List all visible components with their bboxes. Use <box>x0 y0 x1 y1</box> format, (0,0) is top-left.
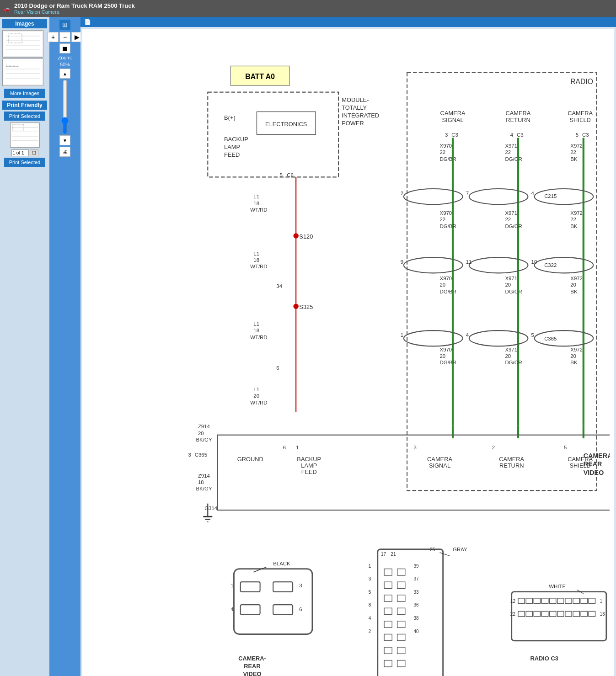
svg-text:CAMERA: CAMERA <box>499 456 524 463</box>
svg-text:C3: C3 <box>582 132 589 138</box>
svg-text:11: 11 <box>466 259 472 265</box>
svg-text:X972: X972 <box>570 347 583 352</box>
svg-text:X972: X972 <box>570 143 583 149</box>
svg-text:X970: X970 <box>440 276 452 281</box>
svg-text:1: 1 <box>369 564 371 569</box>
svg-text:RETURN: RETURN <box>506 117 530 123</box>
svg-text:X970: X970 <box>440 143 452 149</box>
svg-text:2: 2 <box>401 191 403 196</box>
svg-text:12: 12 <box>510 599 516 604</box>
svg-text:C6: C6 <box>287 172 294 178</box>
svg-text:X971: X971 <box>505 347 517 352</box>
svg-text:C322: C322 <box>544 262 557 268</box>
svg-text:BK/GY: BK/GY <box>196 486 212 491</box>
svg-text:18: 18 <box>253 201 259 206</box>
zoom-print-button[interactable]: 🖨 <box>59 147 70 157</box>
svg-text:20: 20 <box>505 282 511 287</box>
page-title: 2010 Dodge or Ram Truck RAM 2500 Truck <box>14 2 135 9</box>
svg-text:37: 37 <box>413 576 419 581</box>
svg-text:L1: L1 <box>253 387 259 392</box>
svg-text:4: 4 <box>531 191 535 196</box>
zoom-up-button[interactable]: ▲ <box>59 69 70 79</box>
page-input[interactable] <box>11 149 29 156</box>
content-area: 📄 BATT A0 MODULE- TOTALLY INTEGRATED POW… <box>80 17 616 676</box>
svg-text:5: 5 <box>564 445 567 450</box>
svg-text:18: 18 <box>253 328 259 333</box>
diagram-canvas: BATT A0 MODULE- TOTALLY INTEGRATED POWER… <box>82 29 614 676</box>
svg-text:22: 22 <box>440 149 446 155</box>
svg-text:5: 5 <box>576 132 579 138</box>
svg-text:SHIELD: SHIELD <box>570 117 591 123</box>
svg-text:20: 20 <box>440 282 446 287</box>
zoom-in-button[interactable]: + <box>48 32 59 42</box>
svg-text:X971: X971 <box>505 210 517 216</box>
page-nav-checkbox[interactable]: ☐ <box>30 149 38 156</box>
svg-text:17: 17 <box>381 552 386 557</box>
thumbnail-2[interactable]: Module diagram <box>2 59 43 86</box>
svg-text:TOTALLY: TOTALLY <box>342 104 367 111</box>
svg-text:DG/BR: DG/BR <box>440 289 456 294</box>
svg-text:B(+): B(+) <box>224 114 236 121</box>
diagram-header: 📄 <box>80 17 616 27</box>
svg-text:L1: L1 <box>253 321 259 327</box>
print-selected-button-2[interactable]: Print Selected <box>4 158 45 167</box>
svg-text:25: 25 <box>430 547 435 552</box>
svg-text:X970: X970 <box>440 347 452 352</box>
svg-text:Z914: Z914 <box>198 424 210 429</box>
more-images-button[interactable]: More Images <box>4 89 45 98</box>
zoom-out-button[interactable]: − <box>59 32 70 42</box>
svg-text:10: 10 <box>531 259 537 265</box>
svg-text:22: 22 <box>505 217 511 222</box>
svg-rect-0 <box>4 32 43 57</box>
svg-text:S120: S120 <box>299 233 313 240</box>
zoom-down-button[interactable]: ▼ <box>59 135 70 145</box>
svg-text:BK/GY: BK/GY <box>196 437 212 442</box>
svg-text:1: 1 <box>296 445 299 450</box>
svg-text:GRAY: GRAY <box>453 547 467 552</box>
svg-text:22: 22 <box>570 149 576 155</box>
svg-text:20: 20 <box>253 393 259 399</box>
svg-text:20: 20 <box>570 282 576 287</box>
svg-text:6: 6 <box>283 445 286 450</box>
svg-text:1: 1 <box>401 332 403 338</box>
svg-text:5: 5 <box>279 172 282 178</box>
svg-text:34: 34 <box>276 283 282 289</box>
svg-text:BATT A0: BATT A0 <box>245 73 275 80</box>
svg-text:18: 18 <box>253 257 259 263</box>
zoom-icon-button[interactable]: ⊞ <box>59 20 70 30</box>
svg-text:FEED: FEED <box>301 468 317 475</box>
car-icon: 🚗 <box>4 5 11 12</box>
svg-text:REAR: REAR <box>584 460 602 468</box>
svg-text:20: 20 <box>570 353 576 359</box>
thumbnail-1[interactable] <box>2 30 43 58</box>
print-selected-button-1[interactable]: Print Selected <box>4 112 45 121</box>
svg-text:VIDEO: VIDEO <box>584 469 604 476</box>
zoom-reset-button[interactable]: ◼ <box>59 43 70 53</box>
svg-point-116 <box>293 233 298 238</box>
svg-text:BK: BK <box>570 289 578 294</box>
svg-text:CAMERA: CAMERA <box>568 110 593 117</box>
svg-text:3: 3 <box>413 445 416 450</box>
svg-text:CAMERA: CAMERA <box>427 456 452 463</box>
zoom-slider[interactable] <box>60 80 70 134</box>
svg-text:BK: BK <box>570 224 578 229</box>
svg-text:BACKUP: BACKUP <box>297 456 321 463</box>
svg-text:9: 9 <box>401 259 403 265</box>
svg-text:22: 22 <box>505 149 511 155</box>
svg-text:BK: BK <box>570 360 578 365</box>
svg-text:C365: C365 <box>195 452 207 458</box>
svg-text:G314: G314 <box>204 506 218 511</box>
svg-text:MODULE-: MODULE- <box>342 96 369 103</box>
svg-text:22: 22 <box>570 217 576 222</box>
svg-text:FEED: FEED <box>224 151 240 158</box>
svg-text:1: 1 <box>230 583 233 588</box>
svg-text:BLACK: BLACK <box>273 561 290 566</box>
svg-text:7: 7 <box>466 191 469 196</box>
svg-text:CAMERA: CAMERA <box>505 110 530 117</box>
svg-text:WT/RD: WT/RD <box>250 335 267 340</box>
svg-text:REAR: REAR <box>244 663 261 670</box>
svg-text:POWER: POWER <box>342 120 364 127</box>
svg-text:DG/BR: DG/BR <box>440 156 456 162</box>
svg-text:36: 36 <box>413 602 419 607</box>
svg-text:GROUND: GROUND <box>237 456 263 463</box>
